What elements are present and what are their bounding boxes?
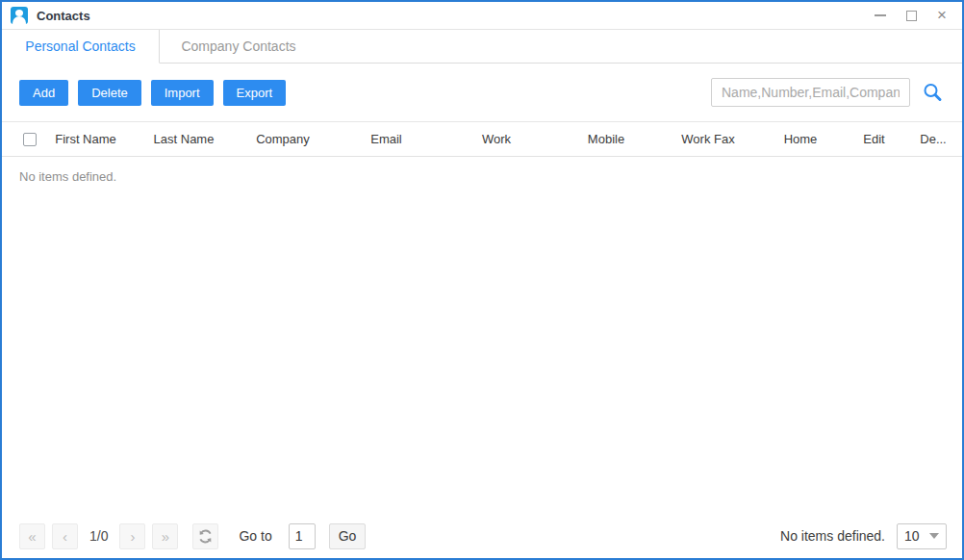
column-first-name: First Name bbox=[37, 132, 135, 146]
goto-page-input[interactable] bbox=[289, 523, 316, 549]
empty-table-message: No items defined. bbox=[2, 157, 962, 196]
contact-app-icon bbox=[11, 7, 28, 24]
prev-page-icon: ‹ bbox=[63, 528, 67, 545]
add-button[interactable]: Add bbox=[19, 80, 68, 106]
tab-company-contacts[interactable]: Company Contacts bbox=[160, 30, 317, 64]
maximize-icon bbox=[906, 11, 917, 21]
column-delete-truncated: De... bbox=[904, 132, 962, 146]
window-controls: × bbox=[874, 9, 954, 22]
column-work: Work bbox=[440, 132, 553, 146]
tab-label: Personal Contacts bbox=[25, 38, 135, 54]
select-all-checkbox[interactable] bbox=[23, 133, 37, 146]
contacts-window: Contacts × Personal Contacts Company Con… bbox=[0, 0, 964, 560]
search-area bbox=[711, 78, 945, 107]
magnifier-icon bbox=[922, 82, 943, 103]
table-header: First Name Last Name Company Email Work … bbox=[2, 122, 962, 157]
export-button[interactable]: Export bbox=[223, 80, 287, 106]
column-company: Company bbox=[233, 132, 333, 146]
next-page-button[interactable]: › bbox=[119, 523, 145, 549]
column-work-fax: Work Fax bbox=[659, 132, 757, 146]
prev-page-button[interactable]: ‹ bbox=[52, 523, 78, 549]
pager-controls: « ‹ 1/0 › » Go to Go bbox=[19, 523, 366, 549]
column-home: Home bbox=[757, 132, 844, 146]
pagination-bar: « ‹ 1/0 › » Go to Go No items defined. 1… bbox=[2, 520, 962, 558]
column-edit: Edit bbox=[844, 132, 904, 146]
search-input[interactable] bbox=[711, 78, 910, 107]
import-button[interactable]: Import bbox=[151, 80, 214, 106]
column-mobile: Mobile bbox=[553, 132, 659, 146]
table-body-area bbox=[2, 196, 962, 520]
go-button[interactable]: Go bbox=[329, 523, 367, 549]
title-bar: Contacts × bbox=[2, 2, 962, 30]
footer-right: No items defined. 10 bbox=[780, 523, 947, 549]
chevron-down-icon bbox=[929, 533, 939, 539]
toolbar: Add Delete Import Export bbox=[2, 64, 962, 122]
page-indicator: 1/0 bbox=[85, 528, 113, 544]
first-page-button[interactable]: « bbox=[19, 523, 45, 549]
page-size-value: 10 bbox=[904, 528, 920, 544]
last-page-button[interactable]: » bbox=[152, 523, 178, 549]
window-title: Contacts bbox=[37, 9, 90, 23]
delete-button[interactable]: Delete bbox=[78, 80, 141, 106]
tab-bar-filler bbox=[317, 30, 962, 64]
last-page-icon: » bbox=[162, 528, 169, 545]
action-buttons: Add Delete Import Export bbox=[19, 80, 286, 106]
goto-label: Go to bbox=[239, 528, 271, 544]
tab-personal-contacts[interactable]: Personal Contacts bbox=[2, 30, 160, 64]
next-page-icon: › bbox=[130, 528, 135, 545]
minimize-icon bbox=[875, 14, 886, 16]
search-button[interactable] bbox=[920, 80, 945, 105]
refresh-button[interactable] bbox=[192, 523, 218, 549]
tab-label: Company Contacts bbox=[181, 38, 295, 54]
page-size-dropdown[interactable]: 10 bbox=[897, 523, 947, 549]
close-button[interactable]: × bbox=[935, 9, 949, 22]
items-status: No items defined. bbox=[780, 528, 885, 544]
first-page-icon: « bbox=[28, 528, 36, 545]
column-email: Email bbox=[333, 132, 440, 146]
close-icon: × bbox=[937, 9, 947, 22]
column-last-name: Last Name bbox=[135, 132, 233, 146]
tab-bar: Personal Contacts Company Contacts bbox=[2, 30, 962, 64]
maximize-button[interactable] bbox=[904, 9, 918, 22]
select-all-cell bbox=[2, 133, 37, 146]
minimize-button[interactable] bbox=[874, 9, 887, 22]
refresh-icon bbox=[198, 529, 213, 544]
